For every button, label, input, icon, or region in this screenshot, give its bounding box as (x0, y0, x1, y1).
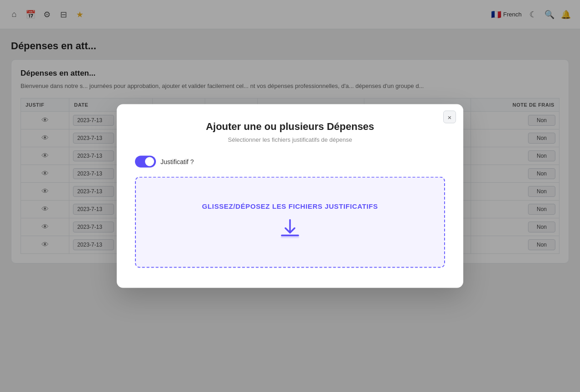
file-dropzone[interactable]: GLISSEZ/DÉPOSEZ LES FICHIERS JUSTIFICATI… (135, 177, 445, 268)
modal-subtitle: Sélectionner les fichiers justificatifs … (135, 136, 445, 143)
dropzone-text: GLISSEZ/DÉPOSEZ LES FICHIERS JUSTIFICATI… (202, 202, 378, 210)
toggle-thumb (145, 157, 154, 166)
justificatif-toggle[interactable] (135, 156, 156, 168)
close-button[interactable]: × (443, 111, 456, 124)
justificatif-toggle-row: Justificatif ? (135, 156, 445, 168)
modal-title: Ajouter une ou plusieurs Dépenses (135, 121, 445, 133)
toggle-label: Justificatif ? (161, 158, 194, 165)
modal-dialog: × Ajouter une ou plusieurs Dépenses Séle… (117, 104, 463, 288)
svg-rect-0 (281, 234, 299, 238)
download-icon (278, 217, 302, 242)
